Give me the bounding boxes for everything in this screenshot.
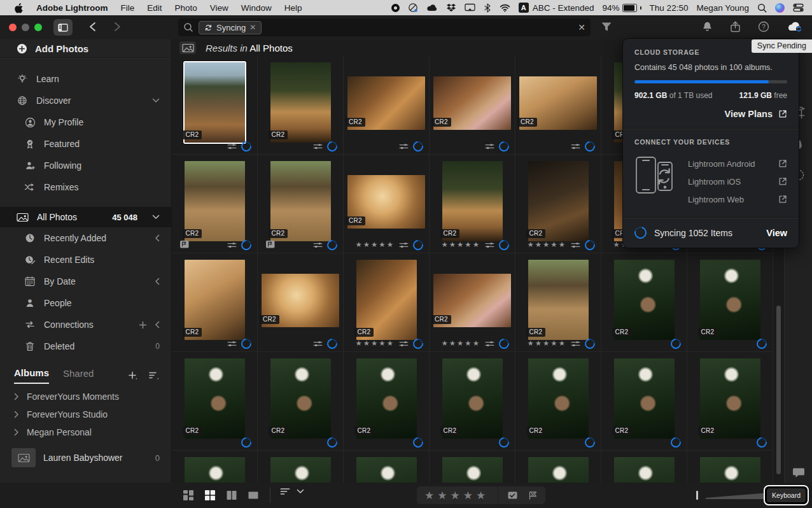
share-button[interactable]	[730, 21, 741, 32]
minimize-window-button[interactable]	[22, 24, 29, 31]
display-mirroring-icon[interactable]	[463, 3, 477, 12]
sidebar-item-following[interactable]: Following	[0, 155, 171, 176]
photo-cell[interactable]: CR2★★★★★	[344, 253, 430, 352]
sidebar-item-my-profile[interactable]: My Profile	[0, 111, 171, 133]
photo-thumbnail[interactable]	[356, 457, 417, 483]
photo-thumbnail[interactable]: CR2	[270, 358, 331, 439]
photo-cell[interactable]: CR2★★★★★	[515, 253, 601, 352]
photo-cell[interactable]	[258, 451, 344, 483]
add-photos-button[interactable]: Add Photos	[0, 39, 171, 57]
sidebar-item-all-photos[interactable]: All Photos 45 048	[0, 207, 171, 227]
photo-thumbnail-selected[interactable]: CR2	[185, 62, 245, 143]
siri-menu[interactable]	[773, 3, 787, 13]
view-sync-button[interactable]: View	[766, 228, 787, 238]
dropbox-icon[interactable]	[444, 3, 458, 13]
user-menu[interactable]: Megan Young	[694, 3, 751, 13]
chevron-left-icon[interactable]	[155, 278, 160, 285]
photo-thumbnail[interactable]: CR2	[614, 260, 675, 340]
photo-cell[interactable]: CR2	[258, 56, 344, 155]
photo-thumbnail[interactable]: CR2	[270, 161, 331, 241]
clear-search-icon[interactable]: ✕	[578, 22, 585, 32]
view-grid-button[interactable]	[202, 488, 218, 503]
menu-view[interactable]: View	[204, 3, 235, 13]
photo-cell[interactable]: CR2	[515, 56, 601, 155]
search-tag-syncing[interactable]: Syncing ✕	[199, 21, 262, 34]
view-plans-link[interactable]: View Plans	[634, 109, 787, 119]
menu-file[interactable]: File	[114, 3, 141, 13]
photo-cell[interactable]	[515, 451, 601, 483]
remove-tag-icon[interactable]: ✕	[249, 23, 256, 32]
photo-thumbnail[interactable]	[614, 457, 675, 483]
photo-cell[interactable]: CR2	[258, 253, 344, 352]
photo-cell[interactable]: CR2	[172, 56, 258, 155]
camera-off-icon[interactable]	[406, 3, 420, 13]
device-link-lightroom-android[interactable]: Lightroom Android	[688, 155, 787, 173]
photo-cell[interactable]: CR2	[687, 253, 773, 352]
photo-thumbnail[interactable]: CR2	[433, 274, 511, 327]
folder-foreveryours-moments[interactable]: ForeverYours Moments	[0, 388, 171, 406]
photo-thumbnail[interactable]: CR2	[347, 175, 425, 229]
sidebar-item-learn[interactable]: Learn	[0, 68, 171, 90]
sort-albums-button[interactable]	[148, 371, 160, 380]
album-lauren-babyshower[interactable]: Lauren Babyshower 0	[0, 445, 171, 470]
photo-cell[interactable]: CR2	[344, 56, 430, 155]
view-compare-button[interactable]	[224, 488, 239, 503]
photo-cell[interactable]: CR2★★★★★	[515, 155, 601, 253]
photo-thumbnail[interactable]: CR2	[347, 76, 425, 130]
search-input[interactable]: Syncing ✕ ✕	[178, 18, 591, 36]
photo-thumbnail[interactable]: CR2	[442, 358, 503, 439]
tab-albums[interactable]: Albums	[14, 367, 49, 384]
spotlight-icon[interactable]	[755, 3, 769, 13]
sidebar-item-featured[interactable]: Featured	[0, 133, 171, 155]
flag-pick-button[interactable]	[507, 491, 518, 500]
zoom-window-button[interactable]	[34, 24, 42, 31]
photo-cell[interactable]: CR2	[430, 56, 515, 155]
view-detail-button[interactable]	[246, 488, 261, 503]
photo-thumbnail[interactable]: CR2	[528, 358, 589, 439]
menu-photo[interactable]: Photo	[169, 3, 204, 13]
flag-reject-button[interactable]	[527, 491, 538, 500]
source-icon-button[interactable]	[179, 41, 196, 54]
photo-thumbnail[interactable]	[442, 457, 503, 483]
photo-thumbnail[interactable]: CR2	[262, 274, 339, 327]
photo-cell[interactable]: CR2★★★★★	[430, 155, 515, 253]
photo-thumbnail[interactable]: CR2	[519, 76, 597, 130]
toggle-sidebar-button[interactable]	[53, 19, 73, 36]
sort-control[interactable]	[280, 488, 304, 495]
photo-thumbnail[interactable]	[700, 457, 760, 483]
photo-cell[interactable]: CR2	[601, 253, 687, 352]
photo-thumbnail[interactable]: CR2	[185, 161, 245, 241]
bluetooth-icon[interactable]	[482, 3, 493, 13]
photo-cell[interactable]	[344, 451, 430, 483]
back-button[interactable]	[87, 22, 99, 32]
menu-edit[interactable]: Edit	[141, 3, 168, 13]
photo-cell[interactable]: CR2★★★★★	[344, 155, 430, 253]
sidebar-item-discover[interactable]: Discover	[0, 90, 171, 111]
photo-cell[interactable]: CR2	[172, 155, 258, 253]
photo-cell[interactable]: CR2	[601, 352, 687, 451]
chevron-down-icon[interactable]	[152, 215, 160, 220]
chevron-left-icon[interactable]	[155, 321, 160, 328]
photo-thumbnail[interactable]	[270, 457, 331, 483]
sidebar-item-recent-edits[interactable]: Recent Edits	[0, 249, 171, 271]
battery-menu[interactable]: 94%	[601, 3, 643, 13]
photo-cell[interactable]	[172, 451, 258, 483]
app-menu-title[interactable]: Adobe Lightroom	[30, 3, 114, 13]
photo-cell[interactable]: CR2	[258, 352, 344, 451]
photo-cell[interactable]: CR2	[687, 352, 773, 451]
sidebar-item-remixes[interactable]: Remixes	[0, 176, 171, 198]
wifi-icon[interactable]	[498, 4, 512, 12]
photo-cell[interactable]: CR2	[258, 155, 344, 253]
device-link-lightroom-ios[interactable]: Lightroom iOS	[688, 173, 787, 190]
photo-thumbnail[interactable]: CR2	[356, 358, 417, 439]
photo-cell[interactable]: CR2	[172, 352, 258, 451]
photo-thumbnail[interactable]: CR2	[270, 62, 331, 143]
comments-icon[interactable]	[792, 467, 804, 478]
photo-thumbnail[interactable]	[185, 457, 245, 483]
cloud-status-icon[interactable]	[424, 3, 440, 12]
photo-cell[interactable]: CR2	[515, 352, 601, 451]
photo-cell[interactable]: CR2	[172, 253, 258, 352]
sidebar-item-deleted[interactable]: Deleted 0	[0, 335, 171, 357]
folder-megan-personal[interactable]: Megan Personal	[0, 423, 171, 441]
scrollbar-thumb[interactable]	[776, 306, 781, 474]
